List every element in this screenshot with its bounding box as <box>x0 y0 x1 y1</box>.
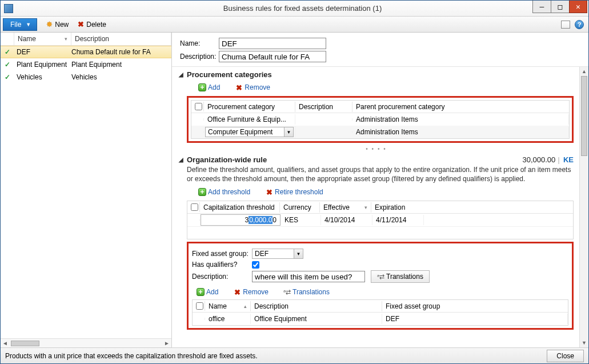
chevron-down-icon[interactable]: ▼ <box>284 127 293 137</box>
form-header: Name: Description: <box>172 33 588 66</box>
proc-category-dropdown[interactable]: Computer Equipment ▼ <box>205 127 294 137</box>
rule-row[interactable]: ✓ Vehicles Vehicles <box>1 71 171 83</box>
chevron-down-icon[interactable]: ▼ <box>294 249 303 258</box>
plus-icon: + <box>197 288 205 296</box>
plus-icon: + <box>198 188 206 196</box>
sort-arrow-icon: ▾ <box>364 205 367 210</box>
scroll-thumb[interactable] <box>11 341 39 346</box>
section-title: Procurement categories <box>187 70 272 79</box>
retire-threshold-button[interactable]: ✖Retire threshold <box>261 186 328 198</box>
window-title: Business rules for fixed assets determin… <box>17 4 588 13</box>
detail-pane: Name: Description: ◢ Procurement categor… <box>172 33 588 347</box>
has-qualifiers-checkbox[interactable] <box>252 261 259 269</box>
proc-parent: Administration Items <box>352 127 569 137</box>
app-window: Business rules for fixed assets determin… <box>0 0 589 364</box>
qualifier-remove-button[interactable]: ✖Remove <box>229 286 273 298</box>
thr-col-cap[interactable]: Capitalization threshold <box>200 202 280 213</box>
threshold-table: Capitalization threshold Currency Effect… <box>187 201 574 239</box>
delete-x-icon: ✖ <box>78 20 84 29</box>
currency-ke: KE <box>563 155 574 164</box>
h-scrollbar[interactable]: ◄ ► <box>1 338 171 347</box>
threshold-row[interactable]: 30,000.00 KES 4/10/2014 4/11/2014 <box>187 214 573 226</box>
maximize-button[interactable]: □ <box>551 1 569 13</box>
close-button[interactable]: Close <box>547 350 584 362</box>
check-icon: ✓ <box>1 61 14 69</box>
proc-remove-button[interactable]: ✖Remove <box>230 81 275 94</box>
proc-col-category[interactable]: Procurement category <box>204 102 295 112</box>
qualifier-translations-button[interactable]: ᵃ⇄Translations <box>279 286 334 298</box>
app-icon <box>4 4 13 13</box>
help-icon[interactable]: ? <box>575 20 584 29</box>
threshold-amount-display: 30,000.00 <box>522 155 555 164</box>
detail-content: ◢ Procurement categories +Add ✖Remove Pr… <box>172 67 579 347</box>
check-icon: ✓ <box>1 73 14 81</box>
window-close-button[interactable]: ✕ <box>569 1 587 13</box>
delete-button[interactable]: ✖ Delete <box>73 18 111 31</box>
description-input[interactable] <box>219 51 326 62</box>
toolbar: File ▼ ✸ New ✖ Delete ? <box>1 17 588 33</box>
proc-row[interactable]: Office Furniture & Equip... Administrati… <box>191 113 569 126</box>
grid-view-icon[interactable] <box>561 21 570 29</box>
section-title: Organization-wide rule <box>187 155 267 164</box>
org-section-description: Define the threshold amount, qualifiers,… <box>187 165 574 183</box>
proc-col-desc[interactable]: Description <box>295 102 352 112</box>
qualifier-desc: Office Equipment <box>251 314 382 324</box>
select-all-checkbox[interactable] <box>191 203 198 211</box>
proc-add-button[interactable]: +Add <box>194 81 225 94</box>
threshold-selection: 0,000.0 <box>249 216 273 224</box>
rule-name: Plant Equipment <box>14 61 71 69</box>
qualifier-add-button[interactable]: +Add <box>192 286 223 298</box>
proc-desc <box>295 118 352 121</box>
name-input[interactable] <box>219 38 326 49</box>
col-description[interactable]: Description <box>71 33 171 45</box>
scroll-right-icon[interactable]: ► <box>162 340 171 346</box>
scroll-area: ◢ Procurement categories +Add ✖Remove Pr… <box>172 66 588 347</box>
thr-col-exp[interactable]: Expiration <box>371 202 423 213</box>
thr-col-eff[interactable]: Effective▾ <box>320 202 371 213</box>
sort-arrow-icon: ▾ <box>65 36 67 42</box>
proc-row[interactable]: Computer Equipment ▼ Administration Item… <box>191 126 569 138</box>
translations-button[interactable]: ᵃ⇄ Translations <box>371 270 430 283</box>
qualifier-row[interactable]: office Office Equipment DEF <box>193 313 568 325</box>
chevron-down-icon: ▼ <box>26 22 31 27</box>
threshold-value-cell[interactable]: 30,000.00 <box>201 214 281 226</box>
org-section-header[interactable]: ◢ Organization-wide rule 30,000.00 | KE <box>179 155 574 164</box>
rule-row[interactable]: ✓ DEF Chuma Default rule for FA <box>1 46 171 58</box>
rule-name: Vehicles <box>14 73 71 81</box>
select-all-checkbox[interactable] <box>196 302 203 310</box>
scroll-down-icon[interactable]: ▼ <box>580 338 588 347</box>
rule-list-pane: Name▾ Description ✓ DEF Chuma Default ru… <box>1 33 172 347</box>
scroll-track[interactable] <box>580 76 588 338</box>
col-check[interactable] <box>1 33 14 45</box>
minimize-button[interactable]: — <box>532 1 551 13</box>
thr-col-check[interactable] <box>187 202 200 212</box>
proc-col-check[interactable] <box>191 102 204 111</box>
col-name[interactable]: Name▾ <box>14 33 71 45</box>
fag-dropdown[interactable]: DEF ▼ <box>252 249 303 259</box>
proc-parent: Administration Items <box>352 114 569 125</box>
procurement-section-header[interactable]: ◢ Procurement categories <box>179 70 574 79</box>
name-label: Name: <box>180 39 219 47</box>
scroll-left-icon[interactable]: ◄ <box>1 340 10 346</box>
thr-col-cur[interactable]: Currency <box>280 202 320 213</box>
scroll-thumb[interactable] <box>581 76 587 156</box>
v-scrollbar[interactable]: ▲ ▼ <box>579 67 588 347</box>
proc-col-parent[interactable]: Parent procurement category <box>352 102 569 112</box>
qual-col-fag[interactable]: Fixed asset group <box>382 301 568 311</box>
qual-col-desc[interactable]: Description <box>251 301 382 311</box>
file-menu-button[interactable]: File ▼ <box>3 18 37 31</box>
remove-x-icon: ✖ <box>265 188 273 196</box>
status-bar: Products with a unit price that exceeds … <box>1 347 588 363</box>
qual-col-name[interactable]: Name▴ <box>205 301 251 311</box>
qual-col-check[interactable] <box>193 301 205 311</box>
qualifier-description-input[interactable] <box>252 271 365 282</box>
rule-row[interactable]: ✓ Plant Equipment Plant Equipment <box>1 58 171 71</box>
splitter-handle[interactable]: • • • • <box>179 145 574 153</box>
scroll-up-icon[interactable]: ▲ <box>580 67 588 76</box>
select-all-checkbox[interactable] <box>195 103 202 110</box>
expander-icon: ◢ <box>179 157 185 163</box>
add-threshold-button[interactable]: +Add threshold <box>194 186 255 198</box>
check-icon: ✓ <box>1 48 14 56</box>
new-button[interactable]: ✸ New <box>42 18 73 31</box>
rule-grid: Name▾ Description ✓ DEF Chuma Default ru… <box>1 33 171 338</box>
